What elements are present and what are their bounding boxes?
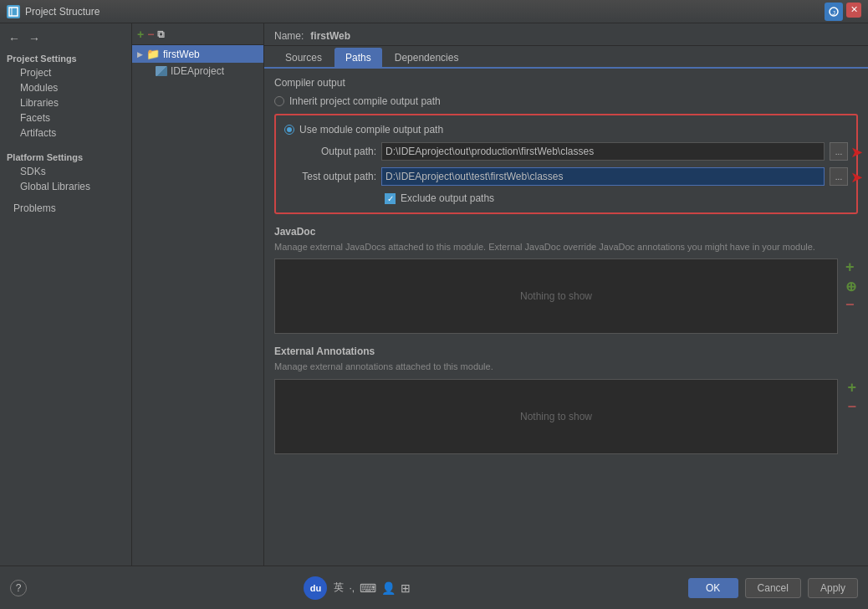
tree-item-label-firstweb: firstWeb — [163, 49, 200, 60]
exclude-checkbox-label: Exclude output paths — [401, 192, 494, 204]
apply-button[interactable]: Apply — [808, 578, 858, 598]
javadoc-desc: Manage external JavaDocs attached to thi… — [274, 241, 858, 253]
external-annotations-add-btn[interactable]: + — [847, 379, 856, 397]
tree-item-firstweb[interactable]: ▶ 📁 firstWeb — [132, 45, 263, 63]
external-annotations-section: External Annotations Manage external ann… — [274, 345, 858, 453]
javadoc-box-wrapper: Nothing to show + ⊕ − — [274, 258, 838, 334]
svg-text:J: J — [832, 9, 835, 17]
platform-settings-label: Platform Settings — [0, 147, 131, 164]
close-btn[interactable]: ✕ — [846, 3, 861, 18]
tree-arrow-icon: ▶ — [137, 50, 143, 59]
javadoc-box: Nothing to show — [274, 258, 838, 334]
ime-dot-icon: ·, — [349, 582, 355, 594]
compiler-output-label: Compiler output — [274, 77, 858, 89]
tab-paths[interactable]: Paths — [334, 48, 382, 67]
external-annotations-empty-label: Nothing to show — [520, 411, 592, 422]
footer: ? du 英 ·, ⌨ 👤 ⊞ OK Cancel Apply — [0, 566, 868, 609]
footer-left: ? — [10, 580, 27, 596]
content-header: Name: firstWeb — [264, 23, 868, 46]
javadoc-empty-label: Nothing to show — [520, 290, 592, 302]
sidebar-toolbar: ← → — [0, 27, 131, 50]
ok-button[interactable]: OK — [688, 578, 738, 598]
external-annotations-box: Nothing to show — [274, 379, 838, 454]
tree-panel: + − ⧉ ▶ 📁 firstWeb IDEAproject — [132, 23, 264, 566]
footer-center: du 英 ·, ⌨ 👤 ⊞ — [304, 576, 411, 600]
javadoc-add-globe-btn[interactable]: ⊕ — [845, 279, 856, 294]
exclude-checkbox-row: Exclude output paths — [284, 192, 848, 204]
tree-item-label-ideaproject: IDEAproject — [171, 65, 224, 77]
use-module-radio-btn[interactable] — [284, 125, 294, 135]
use-module-radio-label: Use module compile output path — [299, 124, 443, 136]
inherit-radio-option[interactable]: Inherit project compile output path — [274, 95, 858, 107]
test-output-path-row: Test output path: ... ➤ — [284, 167, 848, 186]
name-value: firstWeb — [310, 30, 350, 42]
title-bar-left: Project Structure — [7, 5, 100, 18]
exclude-checkbox[interactable] — [385, 193, 396, 204]
module-icon — [156, 66, 167, 76]
footer-ime-icons: 英 ·, ⌨ 👤 ⊞ — [334, 581, 411, 595]
test-output-path-browse-btn[interactable]: ... — [830, 167, 848, 186]
sidebar-item-facets[interactable]: Facets — [0, 110, 131, 125]
baidu-logo: du — [304, 576, 327, 600]
inherit-radio-btn[interactable] — [274, 96, 284, 106]
javadoc-add-btn[interactable]: + — [845, 258, 856, 277]
tree-remove-btn[interactable]: − — [147, 28, 154, 40]
javadoc-title: JavaDoc — [274, 226, 858, 238]
external-annotations-box-wrapper: Nothing to show + − — [274, 379, 838, 454]
window-title: Project Structure — [25, 6, 100, 18]
sidebar-item-problems[interactable]: Problems — [0, 201, 131, 216]
app-icon — [7, 5, 20, 18]
inherit-radio-label: Inherit project compile output path — [289, 95, 441, 107]
main-container: ← → Project Settings Project Modules Lib… — [0, 23, 868, 566]
test-output-path-label: Test output path: — [284, 171, 376, 182]
javadoc-actions: + ⊕ − — [845, 258, 856, 314]
sidebar-back-btn[interactable]: ← — [7, 31, 22, 46]
sidebar-item-global-libraries[interactable]: Global Libraries — [0, 179, 131, 194]
content-area: Name: firstWeb Sources Paths Dependencie… — [264, 23, 868, 566]
ime-grid-icon[interactable]: ⊞ — [401, 581, 411, 595]
output-path-row: Output path: ... ➤ — [284, 142, 848, 161]
module-output-box: Use module compile output path Output pa… — [274, 114, 858, 214]
output-path-browse-btn[interactable]: ... — [830, 142, 848, 161]
name-label: Name: — [274, 30, 304, 42]
sidebar: ← → Project Settings Project Modules Lib… — [0, 23, 132, 566]
javadoc-section: JavaDoc Manage external JavaDocs attache… — [274, 226, 858, 334]
ime-keyboard-icon[interactable]: ⌨ — [360, 581, 376, 595]
test-output-path-arrow-icon: ➤ — [850, 168, 863, 187]
test-output-path-input[interactable] — [381, 167, 825, 186]
content-body: Compiler output Inherit project compile … — [264, 69, 868, 566]
external-annotations-remove-btn[interactable]: − — [847, 398, 856, 417]
output-path-arrow-icon: ➤ — [850, 143, 863, 161]
external-annotations-title: External Annotations — [274, 345, 858, 357]
sidebar-item-project[interactable]: Project — [0, 65, 131, 80]
sidebar-item-libraries[interactable]: Libraries — [0, 95, 131, 110]
folder-icon: 📁 — [146, 48, 160, 60]
tree-item-ideaproject[interactable]: IDEAproject — [132, 63, 263, 79]
external-annotations-desc: Manage external annotations attached to … — [274, 361, 858, 373]
cancel-button[interactable]: Cancel — [745, 578, 801, 598]
sidebar-item-modules[interactable]: Modules — [0, 80, 131, 95]
svg-rect-0 — [9, 8, 18, 16]
tree-copy-btn[interactable]: ⧉ — [157, 29, 165, 39]
project-settings-label: Project Settings — [0, 50, 131, 65]
output-path-label: Output path: — [284, 146, 376, 157]
ime-lang-label[interactable]: 英 — [334, 581, 344, 595]
sidebar-forward-btn[interactable]: → — [27, 31, 42, 46]
window-controls: J ✕ — [825, 3, 861, 21]
logo-btn[interactable]: J — [825, 3, 843, 21]
sidebar-item-sdks[interactable]: SDKs — [0, 164, 131, 179]
tab-dependencies[interactable]: Dependencies — [384, 48, 470, 67]
help-btn[interactable]: ? — [10, 580, 27, 596]
ime-user-icon[interactable]: 👤 — [381, 581, 396, 595]
use-module-radio-option[interactable]: Use module compile output path — [284, 124, 848, 136]
sidebar-item-artifacts[interactable]: Artifacts — [0, 125, 131, 141]
tree-add-btn[interactable]: + — [137, 28, 144, 40]
tab-sources[interactable]: Sources — [274, 48, 333, 67]
javadoc-remove-btn[interactable]: − — [845, 296, 856, 315]
footer-right: OK Cancel Apply — [688, 578, 858, 598]
tabs-bar: Sources Paths Dependencies — [264, 48, 868, 69]
output-path-input[interactable] — [381, 142, 825, 161]
external-annotations-actions: + − — [847, 379, 856, 417]
title-bar: Project Structure J ✕ — [0, 0, 868, 23]
tree-toolbar: + − ⧉ — [132, 23, 263, 45]
